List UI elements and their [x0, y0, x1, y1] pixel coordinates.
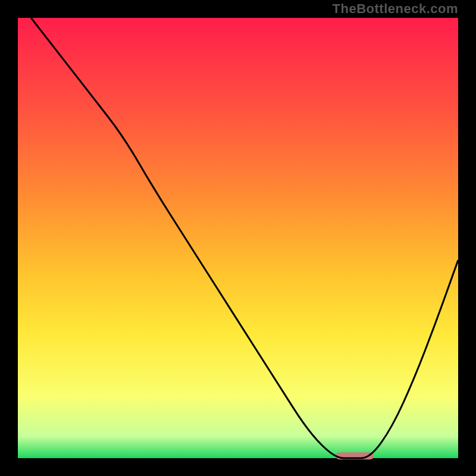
- watermark-text: TheBottleneck.com: [333, 1, 458, 17]
- chart-background: [18, 18, 458, 458]
- chart-container: TheBottleneck.com: [0, 0, 476, 476]
- bottleneck-chart: [0, 0, 476, 476]
